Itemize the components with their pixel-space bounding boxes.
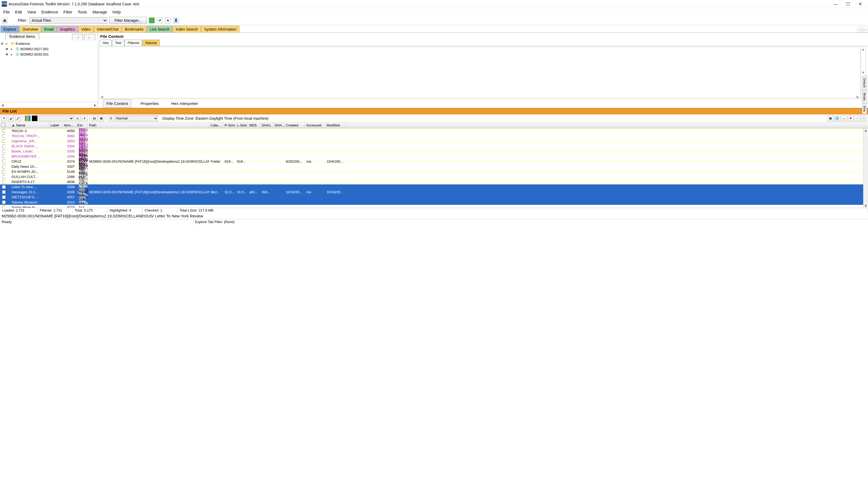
table-row[interactable]: 'RACIA~14458M29962-0030.001/NONAME [FAT1… xyxy=(0,128,868,133)
tab-next-icon[interactable]: ▷ xyxy=(863,27,867,32)
brush-icon[interactable]: 🖍 xyxy=(15,116,21,121)
table-row[interactable]: INSERTS 6-174936M29962-0030.001/NONAME [… xyxy=(0,179,868,185)
grid-body[interactable]: 'RACIA~14458M29962-0030.001/NONAME [FAT1… xyxy=(0,128,868,208)
menu-edit[interactable]: Edit xyxy=(13,9,24,15)
col-path[interactable]: Path xyxy=(88,122,209,128)
orange-circle-icon[interactable]: ● xyxy=(841,116,847,121)
grid-vertical-scrollbar[interactable]: ▲▼ xyxy=(863,128,868,208)
minimize-button[interactable]: — xyxy=(829,0,842,8)
maximize-button[interactable]: ☐ xyxy=(842,0,854,8)
evidence-items-tab[interactable]: Evidence Items xyxy=(5,33,39,40)
row-checkbox[interactable] xyxy=(2,150,5,153)
panel-prev-icon[interactable]: ◁ xyxy=(72,34,83,40)
content-tab-filtered[interactable]: Filtered xyxy=(125,40,142,46)
page-icon[interactable]: ▤ xyxy=(91,116,97,121)
side-tab-media[interactable]: Media xyxy=(862,90,867,103)
menu-evidence[interactable]: Evidence xyxy=(39,9,60,15)
menu-filter[interactable]: Filter xyxy=(61,9,74,15)
viewer-horizontal-scrollbar[interactable]: ◀▶ xyxy=(99,95,860,99)
tree-child[interactable]: ⊞ ▸ 💿 M29962-0030.001 xyxy=(1,52,97,57)
table-row[interactable]: 'RACIAL' PROFI...3960M29962-0030.001/NON… xyxy=(0,133,868,138)
green-square-icon[interactable] xyxy=(149,18,155,23)
table-row[interactable]: Daily News 10-...3307M29962-0030.001/NON… xyxy=(0,164,868,169)
content-viewer[interactable]: ▲▼▼ ◀▶ xyxy=(99,47,861,98)
evidence-tree[interactable]: ⊟ ▸ 📁 Evidence ⊞ ▸ 💿 M29962-0027.001 ⊞ ▸… xyxy=(0,40,98,102)
tree-root[interactable]: ⊟ ▸ 📁 Evidence xyxy=(1,41,97,46)
col-lsize[interactable]: L-Size xyxy=(236,122,248,128)
table-row[interactable]: GULLAH CULT...1086M29962-0027.001/DEAD M… xyxy=(0,174,868,179)
col-sha2[interactable]: SHA... xyxy=(273,122,284,128)
panel-next-icon[interactable]: ▷ xyxy=(84,34,95,40)
bottom-tab-file-content[interactable]: File Content xyxy=(103,99,132,108)
toolbar-icon[interactable]: ▦ xyxy=(2,18,7,23)
content-tab-text[interactable]: Text xyxy=(112,40,124,46)
tab-prev-icon[interactable]: ◁ xyxy=(857,27,862,32)
pages-icon[interactable]: ▦ xyxy=(98,116,104,121)
tab-internet-chat[interactable]: Internet/Chat xyxy=(94,26,121,32)
expand-icon[interactable]: ⊞ xyxy=(5,52,9,56)
tree-child[interactable]: ⊞ ▸ 💿 M29962-0027.001 xyxy=(1,46,97,52)
table-row[interactable]: Bowie, Lester3305M29962-0030.001/NONAME … xyxy=(0,149,868,154)
col-accessed[interactable]: Accessed xyxy=(305,122,326,128)
col-checkbox[interactable] xyxy=(0,122,5,128)
list-icon[interactable]: ☰ xyxy=(108,116,114,121)
menu-view[interactable]: View xyxy=(25,9,38,15)
normal-dropdown[interactable]: Normal xyxy=(115,116,158,121)
col-name[interactable]: ▲ Name xyxy=(10,122,49,128)
tab-overview[interactable]: Overview xyxy=(19,26,41,32)
tab-graphics[interactable]: Graphics xyxy=(57,26,78,32)
row-checkbox[interactable] xyxy=(2,175,5,178)
table-row[interactable]: NIETZSCHE'S ...4557M29962-0030.001/NONAM… xyxy=(0,195,868,200)
tab-explore[interactable]: Explore xyxy=(1,26,19,32)
tab-index-search[interactable]: Index Search xyxy=(173,26,201,32)
edit-icon[interactable]: ✎ xyxy=(1,116,7,121)
table-row[interactable]: CRUZ3374M29962-0030.001/NONAME [FAT16]/[… xyxy=(0,159,868,164)
row-checkbox[interactable] xyxy=(2,170,5,173)
close-button[interactable]: ✕ xyxy=(854,0,866,8)
expand-icon[interactable]: ⊞ xyxy=(5,47,9,51)
gear-icon[interactable]: ⚙ xyxy=(861,116,867,121)
menu-file[interactable]: File xyxy=(1,9,12,15)
row-checkbox[interactable] xyxy=(2,195,5,199)
row-checkbox[interactable] xyxy=(2,139,5,143)
filter-manager-button[interactable]: Filter Manager... xyxy=(109,17,147,24)
table-row[interactable]: BROOKMEYER ...3306M29962-0030.001/NONAME… xyxy=(0,154,868,159)
row-checkbox[interactable] xyxy=(2,160,5,163)
menu-tools[interactable]: Tools xyxy=(75,9,89,15)
scroll-right-icon[interactable]: ▶ xyxy=(94,103,97,107)
row-checkbox[interactable] xyxy=(2,129,5,133)
row-checkbox[interactable] xyxy=(2,185,5,189)
tab-email[interactable]: Email xyxy=(41,26,57,32)
table-row[interactable]: BLACK SWAN ...3304M29962-0030.001/NONAME… xyxy=(0,143,868,149)
row-checkbox[interactable] xyxy=(2,190,5,194)
bottom-tab-hex-interpreter[interactable]: Hex Interpreter xyxy=(168,99,202,108)
paint-icon[interactable]: 🖌 xyxy=(8,116,14,121)
collapse-icon[interactable]: ⊟ xyxy=(1,42,4,45)
row-checkbox[interactable] xyxy=(2,206,5,208)
grid-icon[interactable]: ▦ xyxy=(828,116,833,121)
person-icon[interactable]: 👤 xyxy=(173,18,179,23)
col-category[interactable]: Cate... xyxy=(209,122,223,128)
globe-icon[interactable]: 🌐 xyxy=(834,116,840,121)
col-sha1[interactable]: SHA1 xyxy=(260,122,273,128)
tab-video[interactable]: Video xyxy=(78,26,94,32)
tab-bookmarks[interactable]: Bookmarks xyxy=(122,26,147,32)
copy-icon[interactable]: ⎘ xyxy=(75,116,81,121)
col-item[interactable]: Item... xyxy=(63,122,76,128)
dropdown-icon[interactable]: ▾ xyxy=(82,116,88,121)
red-dot-icon[interactable]: ● xyxy=(165,18,171,23)
tab-system-information[interactable]: System Information xyxy=(201,26,240,32)
table-row[interactable]: Letter To New ...3308M29962-0030.001/NON… xyxy=(0,185,868,190)
row-checkbox[interactable] xyxy=(2,200,5,204)
col-label[interactable]: Label xyxy=(49,122,63,128)
row-checkbox[interactable] xyxy=(2,144,5,148)
col-ext[interactable]: Ext xyxy=(76,122,88,128)
col-md5[interactable]: MD5 xyxy=(248,122,260,128)
col-created[interactable]: Created xyxy=(284,122,305,128)
table-row[interactable]: Slavery Museum3310M29962-0030.001/NONAME… xyxy=(0,200,868,205)
palette-icon[interactable] xyxy=(25,116,31,121)
black-square-icon[interactable] xyxy=(32,116,38,121)
menu-help[interactable]: Help xyxy=(111,9,123,15)
content-tab-natural[interactable]: Natural xyxy=(143,40,160,46)
col-psize[interactable]: P-Size xyxy=(223,122,236,128)
